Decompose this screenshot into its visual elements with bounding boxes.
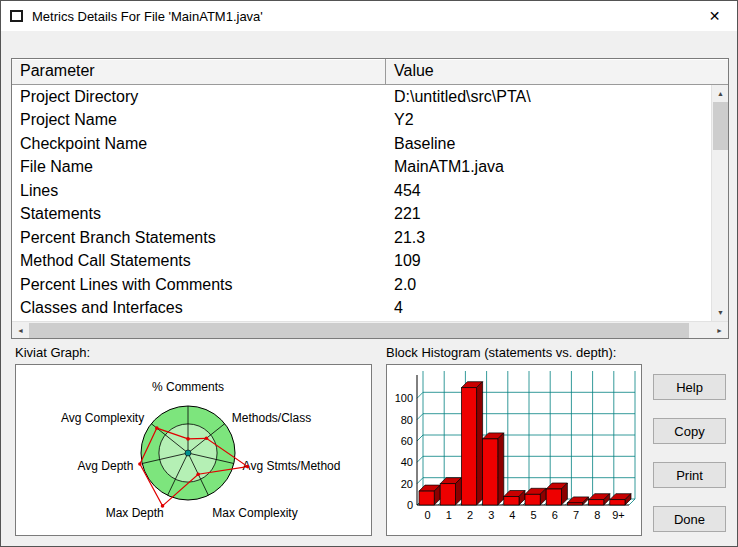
cell-value: 2.0	[386, 276, 416, 294]
window-title: Metrics Details For File 'MainATM1.java'	[32, 9, 263, 24]
close-icon: ✕	[709, 8, 721, 24]
cell-value: 109	[386, 252, 421, 270]
cell-value: MainATM1.java	[386, 158, 504, 176]
svg-text:80: 80	[401, 414, 413, 426]
table-rows: Project DirectoryD:\untitled\src\PTA\Pro…	[12, 85, 711, 321]
kiviat-graph-panel: % CommentsMethods/ClassAvg Stmts/MethodM…	[15, 364, 372, 536]
svg-text:Avg Depth: Avg Depth	[78, 459, 134, 473]
scroll-right-icon[interactable]: ►	[711, 322, 728, 339]
kiviat-chart: % CommentsMethods/ClassAvg Stmts/MethodM…	[16, 365, 371, 535]
table-row[interactable]: File NameMainATM1.java	[12, 156, 711, 180]
scroll-left-icon[interactable]: ◄	[12, 322, 29, 339]
horizontal-scrollbar[interactable]: ◄ ►	[12, 321, 728, 338]
table-row[interactable]: Percent Lines with Comments2.0	[12, 273, 711, 297]
cell-parameter: Percent Branch Statements	[12, 229, 386, 247]
svg-text:Max Depth: Max Depth	[106, 506, 164, 520]
kiviat-graph-label: Kiviat Graph:	[15, 345, 90, 360]
svg-text:3: 3	[488, 509, 494, 521]
copy-button[interactable]: Copy	[653, 418, 726, 444]
svg-text:7: 7	[573, 509, 579, 521]
cell-parameter: Percent Lines with Comments	[12, 276, 386, 294]
cell-value: D:\untitled\src\PTA\	[386, 88, 531, 106]
title-bar: Metrics Details For File 'MainATM1.java'…	[1, 1, 737, 31]
cell-value: 221	[386, 205, 421, 223]
vertical-scroll-thumb[interactable]	[713, 102, 728, 150]
svg-text:8: 8	[594, 509, 600, 521]
cell-value: 21.3	[386, 229, 425, 247]
svg-text:% Comments: % Comments	[152, 380, 224, 394]
cell-value: 454	[386, 182, 421, 200]
column-header-parameter[interactable]: Parameter	[12, 59, 386, 84]
table-row[interactable]: Checkpoint NameBaseline	[12, 132, 711, 156]
svg-text:9+: 9+	[612, 509, 625, 521]
table-row[interactable]: Lines454	[12, 179, 711, 203]
table-row[interactable]: Project DirectoryD:\untitled\src\PTA\	[12, 85, 711, 109]
svg-text:Avg Complexity: Avg Complexity	[61, 411, 144, 425]
svg-text:1: 1	[446, 509, 452, 521]
cell-value: 4	[386, 299, 403, 317]
block-histogram-panel: 0204060801000123456789+	[386, 364, 642, 536]
table-header: Parameter Value	[12, 59, 728, 85]
cell-parameter: Method Call Statements	[12, 252, 386, 270]
cell-parameter: Classes and Interfaces	[12, 299, 386, 317]
done-button[interactable]: Done	[653, 506, 726, 532]
svg-text:Avg Stmts/Method: Avg Stmts/Method	[243, 459, 341, 473]
table-row[interactable]: Percent Branch Statements21.3	[12, 226, 711, 250]
svg-text:6: 6	[552, 509, 558, 521]
svg-text:Methods/Class: Methods/Class	[232, 411, 311, 425]
svg-text:4: 4	[509, 509, 515, 521]
column-header-value[interactable]: Value	[386, 59, 442, 84]
close-button[interactable]: ✕	[692, 1, 737, 30]
table-row[interactable]: Statements221	[12, 203, 711, 227]
scroll-up-icon[interactable]: ▲	[712, 85, 729, 102]
histogram-chart: 0204060801000123456789+	[387, 365, 641, 535]
svg-text:5: 5	[531, 509, 537, 521]
cell-parameter: Statements	[12, 205, 386, 223]
svg-text:40: 40	[401, 456, 413, 468]
cell-parameter: Checkpoint Name	[12, 135, 386, 153]
metrics-table: Parameter Value Project DirectoryD:\unti…	[11, 58, 729, 339]
svg-text:20: 20	[401, 478, 413, 490]
svg-text:Max Complexity: Max Complexity	[212, 506, 297, 520]
cell-parameter: Project Name	[12, 111, 386, 129]
scroll-down-icon[interactable]: ▼	[712, 304, 729, 321]
table-row[interactable]: Method Call Statements109	[12, 250, 711, 274]
cell-parameter: File Name	[12, 158, 386, 176]
svg-text:2: 2	[467, 509, 473, 521]
horizontal-scroll-thumb[interactable]	[29, 323, 689, 338]
vertical-scrollbar[interactable]: ▲ ▼	[711, 85, 728, 321]
app-icon	[10, 10, 23, 22]
table-row[interactable]: Classes and Interfaces4	[12, 297, 711, 321]
svg-text:0: 0	[425, 509, 431, 521]
table-row[interactable]: Project NameY2	[12, 109, 711, 133]
print-button[interactable]: Print	[653, 462, 726, 488]
cell-value: Baseline	[386, 135, 455, 153]
cell-parameter: Project Directory	[12, 88, 386, 106]
svg-text:100: 100	[395, 392, 413, 404]
block-histogram-label: Block Histogram (statements vs. depth):	[386, 345, 616, 360]
svg-text:60: 60	[401, 435, 413, 447]
svg-text:0: 0	[407, 499, 413, 511]
cell-parameter: Lines	[12, 182, 386, 200]
help-button[interactable]: Help	[653, 374, 726, 400]
cell-value: Y2	[386, 111, 414, 129]
metrics-details-dialog: Metrics Details For File 'MainATM1.java'…	[0, 0, 738, 547]
